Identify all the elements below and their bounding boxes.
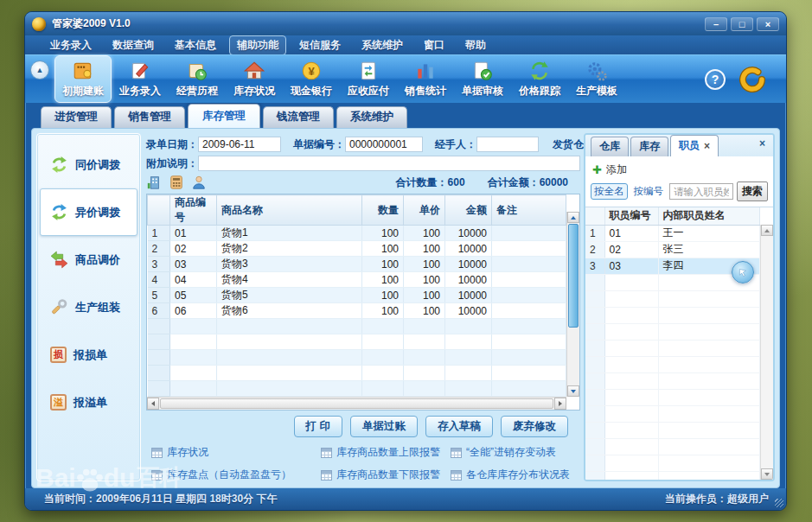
table-row-empty[interactable] [148, 319, 566, 334]
menu-item-sms-service[interactable]: 短信服务 [291, 35, 348, 55]
scroll-left-button[interactable] [147, 398, 159, 410]
sidebar-item-loss-report[interactable]: 损 报损单 [40, 331, 137, 379]
menu-item-data-query[interactable]: 数据查询 [105, 35, 162, 55]
col-quantity: 数量 [362, 195, 404, 226]
menu-item-business-entry[interactable]: 业务录入 [42, 35, 99, 55]
staff-search-input[interactable] [669, 183, 733, 200]
handler-input[interactable] [476, 137, 539, 152]
toolbar-item-cash-bank[interactable]: ¥ 现金银行 [283, 55, 340, 103]
staff-row-empty[interactable] [585, 455, 760, 471]
close-button[interactable]: × [757, 17, 779, 31]
staff-row-empty[interactable] [585, 471, 760, 480]
staff-row-empty[interactable] [585, 389, 760, 405]
menu-item-window[interactable]: 窗口 [416, 35, 452, 55]
toolbar-item-inventory-status[interactable]: 库存状况 [226, 55, 283, 103]
doc-no-input[interactable] [345, 137, 423, 152]
staff-row[interactable]: 202张三 [585, 241, 760, 258]
help-icon[interactable]: ? [705, 69, 726, 90]
staff-scrollbar[interactable] [760, 225, 773, 480]
resize-grip[interactable] [775, 499, 783, 507]
staff-row-empty[interactable] [585, 340, 760, 356]
sidebar-item-overflow-report[interactable]: 溢 报溢单 [40, 379, 137, 426]
toolbar-item-receivable-payable[interactable]: 应收应付 [340, 55, 397, 103]
assembly-wrench-icon [50, 298, 68, 316]
table-row[interactable]: 606货物610010010000 [148, 303, 566, 319]
filter-by-fullname[interactable]: 按全名 [591, 183, 628, 200]
note-input[interactable] [198, 156, 580, 171]
collapse-toolbar-button[interactable]: ▲ [30, 60, 49, 80]
table-row-empty[interactable] [148, 366, 566, 381]
menu-item-auxiliary[interactable]: 辅助功能 [229, 35, 286, 55]
tab-cashflow[interactable]: 钱流管理 [263, 106, 334, 128]
add-staff-button[interactable]: 添加 [606, 162, 627, 177]
tab-warehouse[interactable]: 仓库 [591, 137, 629, 156]
link-upper-limit-alert[interactable]: 库存商品数量上限报警 [321, 445, 451, 460]
toolbar-item-price-tracking[interactable]: 价格跟踪 [511, 55, 568, 103]
post-document-button[interactable]: 单据过账 [350, 416, 418, 437]
sidebar-item-diff-price-transfer[interactable]: 异价调拨 [40, 188, 137, 236]
toolbar-item-sales-stats[interactable]: 销售统计 [397, 55, 454, 103]
toolbar-item-business-entry[interactable]: 业务录入 [112, 55, 169, 103]
maximize-button[interactable]: □ [731, 17, 753, 31]
building-report-icon[interactable] [146, 175, 162, 190]
link-almighty-flow-report[interactable]: “全能”进销存变动表 [451, 445, 580, 460]
menu-item-help[interactable]: 帮助 [457, 35, 494, 55]
date-input[interactable] [198, 137, 281, 152]
tab-purchase[interactable]: 进货管理 [41, 106, 112, 128]
filter-by-code[interactable]: 按编号 [631, 184, 667, 199]
menu-item-basic-info[interactable]: 基本信息 [167, 35, 224, 55]
search-button[interactable]: 搜索 [737, 181, 768, 201]
link-warehouse-distribution[interactable]: 各仓库库存分布状况表 [451, 468, 580, 482]
link-inventory-status[interactable]: 库存状况 [151, 445, 321, 460]
staff-scroll-up-button[interactable] [761, 225, 773, 236]
sidebar-item-same-price-transfer[interactable]: 同价调拨 [40, 141, 137, 188]
panel-close-icon[interactable]: × [756, 137, 769, 150]
discard-changes-button[interactable]: 废弃修改 [501, 416, 568, 437]
toolbar-item-business-history[interactable]: 经营历程 [169, 55, 226, 103]
staff-row-empty[interactable] [585, 438, 760, 455]
calculator-icon[interactable] [169, 175, 184, 190]
toolbar-item-doc-audit[interactable]: 单据审核 [454, 55, 511, 103]
table-row-empty[interactable] [148, 350, 566, 366]
staff-row-empty[interactable] [585, 290, 760, 307]
sidebar-item-assembly[interactable]: 生产组装 [40, 283, 137, 331]
table-row[interactable]: 101货物110010010000 [148, 226, 566, 241]
scroll-up-button[interactable] [567, 212, 579, 223]
menu-item-system-maintenance[interactable]: 系统维护 [354, 35, 411, 55]
staff-row-empty[interactable] [585, 356, 760, 372]
table-row-empty[interactable] [148, 381, 566, 397]
person-icon[interactable] [191, 175, 207, 190]
table-row[interactable]: 505货物510010010000 [148, 288, 566, 303]
scroll-down-button[interactable] [567, 385, 579, 397]
table-row[interactable]: 303货物310010010000 [148, 257, 566, 272]
staff-row-empty[interactable] [585, 405, 760, 422]
staff-row[interactable]: 101王一 [585, 225, 760, 241]
minimize-button[interactable]: – [705, 17, 727, 31]
print-button[interactable]: 打 印 [294, 416, 342, 437]
tab-staff[interactable]: 职员 × [670, 135, 719, 156]
tab-stock[interactable]: 库存 [630, 137, 668, 156]
toolbar-item-initial-setup[interactable]: 初期建账 [54, 55, 112, 103]
link-lower-limit-alert[interactable]: 库存商品数量下限报警 [321, 468, 451, 482]
tab-close-icon[interactable]: × [704, 140, 710, 152]
hscrollbar-thumb[interactable] [160, 398, 553, 409]
vertical-scrollbar[interactable] [566, 212, 579, 397]
link-stocktake[interactable]: 库存盘点（自动盘盈盘亏） [151, 468, 321, 482]
tab-inventory[interactable]: 库存管理 [188, 104, 260, 128]
horizontal-scrollbar[interactable] [147, 397, 566, 410]
save-draft-button[interactable]: 存入草稿 [425, 416, 493, 437]
sidebar-item-reprice[interactable]: 商品调价 [40, 236, 137, 283]
staff-row-empty[interactable] [585, 422, 760, 438]
scrollbar-thumb[interactable] [568, 224, 579, 328]
staff-row-empty[interactable] [585, 307, 760, 323]
toolbar-item-production-template[interactable]: 生产模板 [568, 55, 625, 103]
table-row[interactable]: 404货物410010010000 [148, 272, 566, 288]
scroll-right-button[interactable] [554, 398, 566, 410]
table-row-empty[interactable] [148, 334, 566, 350]
staff-row-empty[interactable] [585, 372, 760, 389]
table-row[interactable]: 202货物210010010000 [148, 241, 566, 257]
tab-system[interactable]: 系统维护 [336, 106, 407, 128]
staff-row-empty[interactable] [585, 323, 760, 340]
tab-sales[interactable]: 销售管理 [114, 106, 185, 128]
staff-scroll-down-button[interactable] [761, 468, 773, 480]
